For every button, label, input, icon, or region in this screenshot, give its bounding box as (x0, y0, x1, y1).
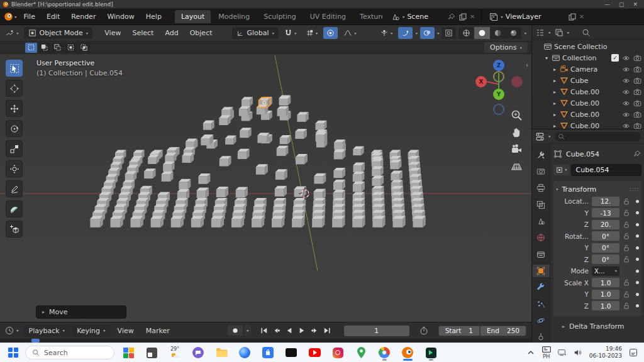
jump-end-button[interactable] (322, 326, 333, 336)
snap-target[interactable]: ▾ (303, 27, 321, 39)
options-button[interactable]: Options ▾ (484, 42, 528, 53)
disclosure-triangle-icon[interactable]: ▸ (552, 123, 558, 129)
search-icon[interactable] (582, 28, 591, 37)
eye-toggle-icon[interactable] (622, 122, 630, 129)
lock-icon[interactable] (623, 256, 631, 263)
eye-toggle-icon[interactable] (622, 54, 630, 62)
menu-window[interactable]: Window (101, 11, 140, 23)
start-button[interactable] (6, 346, 20, 359)
properties-tab-collection[interactable] (533, 248, 550, 260)
eye-toggle-icon[interactable] (622, 111, 630, 119)
editor-type-icon[interactable] (5, 29, 14, 38)
jump-start-button[interactable] (259, 326, 270, 336)
auto-keying-button[interactable] (228, 326, 243, 336)
taskbar-app-terminal[interactable] (284, 344, 299, 361)
taskbar-app-chrome[interactable] (377, 344, 392, 361)
animate-dot[interactable] (636, 234, 639, 238)
outliner-display-mode-icon[interactable] (536, 28, 545, 37)
measure-tool-button[interactable] (6, 200, 23, 217)
sidebar-collapse-chevron[interactable]: ‹ (526, 62, 528, 69)
outliner-row[interactable]: ▸Cube.00 (532, 97, 644, 109)
speaker-icon[interactable] (574, 348, 582, 357)
minimize-icon[interactable]: — (604, 1, 610, 8)
operator-panel[interactable]: ▸ Move (36, 305, 126, 319)
chevron-down-icon[interactable]: ▾ (16, 31, 19, 35)
taskbar-app-maps[interactable] (353, 344, 369, 361)
taskbar-app-youtube[interactable] (307, 344, 322, 361)
lock-icon[interactable] (623, 233, 631, 239)
close-x-icon[interactable]: ✕ (579, 13, 584, 20)
close-x-icon[interactable]: ✕ (470, 13, 475, 20)
tab-modeling[interactable]: Modeling (212, 10, 256, 23)
disclosure-triangle-icon[interactable]: ▸ (552, 78, 558, 84)
select-mode-new[interactable] (25, 43, 37, 53)
animate-dot[interactable] (636, 281, 639, 284)
lock-icon[interactable] (623, 209, 631, 216)
taskbar-app-weather[interactable]: 29° (167, 344, 182, 361)
outliner-row[interactable]: Scene Collectio (532, 41, 644, 52)
viewport-menu-object[interactable]: Object (184, 27, 218, 39)
cursor-tool-button[interactable] (6, 80, 23, 97)
chevron-down-icon[interactable]: ▾ (402, 14, 405, 18)
outliner-filter-icon[interactable] (555, 28, 564, 37)
taskbar-app-darkapp[interactable] (144, 344, 159, 361)
current-frame-field[interactable]: 1 (344, 326, 409, 336)
transform-panel-header[interactable]: ▾ Transform :::: (556, 183, 639, 195)
select-mode-extend[interactable] (38, 43, 50, 53)
taskbar-app-chat[interactable] (191, 344, 206, 361)
viewport-pan-button[interactable] (511, 126, 523, 138)
lock-icon[interactable] (623, 221, 631, 228)
shading-rendered-button[interactable] (506, 27, 521, 39)
pin-icon[interactable] (633, 150, 641, 158)
maximize-icon[interactable]: ▢ (619, 1, 625, 8)
timeline-menu-marker[interactable]: Marker (141, 325, 175, 337)
camera-toggle-icon[interactable] (633, 111, 641, 119)
keying-dropdown[interactable]: ▾ (245, 326, 251, 336)
chevron-down-icon[interactable]: ▾ (415, 31, 418, 35)
value-slider[interactable]: 1.0 (592, 278, 619, 287)
outliner-row[interactable]: ▸Cube.00 (532, 109, 644, 120)
animate-dot[interactable] (636, 293, 639, 296)
shading-material-button[interactable] (490, 27, 506, 39)
xray-toggle[interactable] (441, 27, 456, 39)
new-copy-icon[interactable] (568, 13, 577, 21)
prev-keyframe-button[interactable] (272, 326, 282, 336)
delta-transform-header[interactable]: ▸ Delta Transform (553, 319, 641, 333)
properties-tab-modifier[interactable] (533, 282, 550, 293)
gizmo-x-axis[interactable]: X (475, 76, 487, 87)
rotation-mode-dropdown[interactable]: X...▾ (592, 266, 619, 276)
menu-edit[interactable]: Edit (41, 11, 65, 23)
blender-logo-icon[interactable] (4, 12, 13, 21)
lock-icon[interactable] (623, 279, 631, 286)
select-mode-subtract[interactable] (52, 43, 64, 53)
eye-toggle-icon[interactable] (622, 88, 630, 96)
play-button[interactable] (297, 326, 308, 336)
clock[interactable]: 19:46 06-10-2023 (589, 346, 622, 360)
taskbar-app-edge[interactable] (237, 344, 252, 361)
gizmo-y-axis[interactable]: Y (493, 89, 504, 100)
taskbar-app-store[interactable] (260, 344, 275, 361)
mode-selector[interactable]: Object Mode ▾ (24, 27, 93, 39)
viewport-camera-view-button[interactable] (511, 143, 523, 155)
annotate-tool-button[interactable] (6, 180, 23, 197)
disclosure-triangle-icon[interactable]: ▸ (552, 67, 558, 72)
tray-chevron-icon[interactable] (526, 348, 535, 357)
eye-toggle-icon[interactable] (622, 65, 630, 74)
chevron-down-icon[interactable]: ▾ (567, 30, 570, 34)
chevron-down-icon[interactable]: ▾ (501, 14, 503, 18)
new-copy-icon[interactable] (458, 13, 467, 21)
pin-icon[interactable] (447, 13, 456, 21)
visibility-dropdown[interactable]: ▾ (377, 27, 396, 39)
timeline-menu-playback[interactable]: Playback▾ (24, 325, 70, 337)
properties-tab-scene[interactable] (533, 215, 550, 227)
menu-render[interactable]: Render (65, 11, 101, 23)
object-data-icon[interactable]: ▾ (553, 165, 569, 175)
viewport-menu-select[interactable]: Select (126, 27, 159, 39)
animate-dot[interactable] (636, 304, 639, 307)
gizmos-toggle[interactable] (398, 27, 413, 39)
3d-viewport[interactable]: User Perspective (1) Collection | Cube.0… (0, 54, 531, 322)
start-frame-field[interactable]: Start1 (439, 326, 479, 336)
viewport-menu-add[interactable]: Add (159, 27, 184, 39)
properties-tab-world[interactable] (533, 232, 550, 244)
object-name-field[interactable]: Cube.054 (571, 164, 641, 176)
